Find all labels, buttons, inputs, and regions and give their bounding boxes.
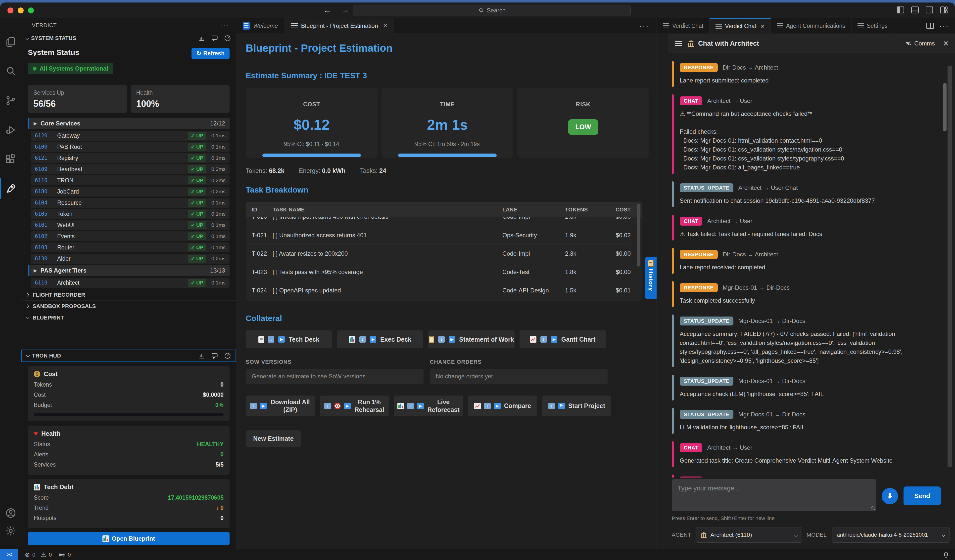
search-view-icon[interactable] [0,57,21,86]
service-row[interactable]: 6105 Token ✓ UP 0.1ms [31,209,230,219]
toggle-panel-icon[interactable] [911,6,919,14]
chat-scrollbar-track[interactable] [947,66,952,467]
agent-select[interactable]: Architect (6110) [696,527,802,543]
maximize-window-button[interactable] [28,8,34,13]
stat-label: Health [136,89,224,96]
service-row[interactable]: 6130 Aider ✓ UP 0.2ms [31,254,230,264]
collateral-button[interactable]: ↓ ▶ Exec Deck [337,331,423,348]
comms-button[interactable]: Comms [905,40,935,47]
refresh-button[interactable]: ↻ Refresh [191,48,230,59]
menu-icon[interactable] [675,41,682,46]
chart-icon[interactable] [198,35,205,42]
tab-agent-communications[interactable]: Agent Communications [771,19,852,33]
chat-scrollbar-thumb[interactable] [943,83,947,131]
action-button[interactable]: ↓ ▶ Compare [468,396,537,416]
play-icon: ▶ [558,403,565,409]
collateral-button[interactable]: ↓ ▶ Statement of Work [428,331,515,348]
tab-blueprint-project-estimation[interactable]: Blueprint - Project Estimation × [285,19,394,33]
chart-icon[interactable] [198,352,205,359]
tab-settings[interactable]: Settings [852,19,894,33]
service-row[interactable]: 6102 Events ✓ UP 0.1ms [31,231,230,241]
task-lane: Code-Impl [503,217,565,220]
minimize-window-button[interactable] [18,8,23,13]
problems-indicator[interactable]: ⊗ 0 ⚠ 0 [25,551,52,558]
table-row[interactable]: T-021 [ ] Unauthorized access returns 40… [246,226,631,244]
close-window-button[interactable] [8,8,13,13]
message-input[interactable] [672,479,876,511]
service-row[interactable]: 6121 Registry ✓ UP 0.1ms [31,153,230,163]
table-row[interactable]: T-023 [ ] Tests pass with >95% coverage … [246,263,631,281]
section-tron-hud[interactable]: TRON HUD [21,349,236,362]
action-button[interactable]: ↓ ▶ Start Project [542,396,611,416]
service-latency: 0.1ms [210,211,225,217]
sidebar-more-actions-icon[interactable]: ··· [220,21,230,30]
open-blueprint-button[interactable]: Open Blueprint [28,532,230,545]
service-row[interactable]: 6101 WebUI ✓ UP 0.1ms [31,220,230,230]
notifications-bell-icon[interactable] [942,551,950,558]
action-button[interactable]: ↓ ▶ Live Reforecast [394,396,463,416]
service-row[interactable]: 6100 PAS Root ✓ UP 0.1ms [31,142,230,152]
tab-verdict-chat-2[interactable]: Verdict Chat × [709,19,770,33]
split-editor-icon[interactable] [927,23,934,29]
ports-indicator[interactable]: 0 [59,552,70,558]
group-pas-agent-tiers[interactable]: ▶ PAS Agent Tiers 13/13 [28,265,230,276]
collateral-button[interactable]: ↓ ▶ Tech Deck [246,331,332,348]
forward-icon[interactable]: → [341,5,349,15]
comment-icon[interactable] [211,35,218,42]
section-blueprint[interactable]: BLUEPRINT [21,312,236,323]
table-row[interactable]: T-024 [ ] OpenAPI spec updated Code-API-… [246,281,631,299]
toggle-secondary-sidebar-icon[interactable] [925,6,934,14]
close-tab-icon[interactable]: × [384,22,387,30]
service-row[interactable]: 6103 Router ✓ UP 0.1ms [31,242,230,253]
editor-more-actions-icon[interactable]: ··· [639,22,656,30]
tab-welcome[interactable]: Welcome [236,19,285,33]
section-sandbox-proposals[interactable]: SANDBOX PROPOSALS [21,300,236,312]
settings-gear-icon[interactable] [5,525,16,537]
command-search-input[interactable]: Search [353,5,631,16]
verdict-extension-icon[interactable] [0,174,21,203]
run-debug-icon[interactable] [0,115,21,145]
panel-more-actions-icon[interactable]: ··· [939,22,949,30]
section-system-status[interactable]: SYSTEM STATUS [21,32,236,44]
model-select[interactable]: anthropic/claude-haiku-4-5-20251001 [832,527,950,543]
table-row[interactable]: T-022 [ ] Avatar resizes to 200x200 Code… [246,244,631,263]
window-controls[interactable] [8,8,34,13]
service-row[interactable]: 6104 Resource ✓ UP 0.1ms [31,198,230,208]
new-estimate-button[interactable]: New Estimate [246,430,301,447]
service-row[interactable]: 6109 Heartbeat ✓ UP 0.3ms [31,164,230,174]
task-lane: Code-Test [503,268,565,276]
account-icon[interactable] [5,507,16,519]
service-port: 6120 [35,133,53,139]
service-row[interactable]: 6180 JobCard ✓ UP 0.2ms [31,187,230,197]
service-row[interactable]: 6120 Gateway ✓ UP 0.1ms [31,131,230,140]
source-control-icon[interactable] [0,86,21,115]
collateral-button[interactable]: ↓ ▶ Gantt Chart [520,331,606,348]
service-row[interactable]: 6110 Architect ✓ UP 0.1ms [31,278,230,288]
service-row[interactable]: 6116 TRON ✓ UP 0.2ms [31,175,230,186]
task-tokens: 1.8k [565,268,601,276]
group-core-services[interactable]: ▶ Core Services 12/12 [28,118,230,129]
back-icon[interactable]: ← [323,5,331,15]
section-flight-recorder[interactable]: FLIGHT RECORDER [21,289,236,300]
table-row[interactable]: T-020 [ ] Invalid input returns 400 with… [246,217,631,226]
gauge-icon[interactable] [224,35,231,42]
remote-indicator[interactable]: >< [0,549,18,560]
action-button[interactable]: ↓ ▶ Download All (ZIP) [246,396,315,416]
toggle-primary-sidebar-icon[interactable] [896,6,905,14]
close-tab-icon[interactable]: × [761,22,764,30]
mic-button[interactable] [881,488,898,504]
message-type-badge: CHAT [680,217,702,226]
extensions-icon[interactable] [0,145,21,174]
send-button[interactable]: Send [903,487,941,505]
comment-icon[interactable] [211,352,218,359]
close-chat-icon[interactable]: × [943,39,949,48]
search-placeholder: Search [487,7,506,14]
table-scrollbar[interactable] [637,204,640,267]
gauge-icon[interactable] [224,352,231,359]
explorer-icon[interactable] [0,27,21,57]
history-tab[interactable]: History [645,257,656,299]
action-button[interactable]: ↓ ▶ Run 1% Rehearsal [320,396,389,416]
customize-layout-icon[interactable] [939,6,948,14]
sow-versions-empty: Generate an estimate to see SoW versions [246,369,424,384]
tab-verdict-chat-1[interactable]: Verdict Chat [657,19,709,33]
